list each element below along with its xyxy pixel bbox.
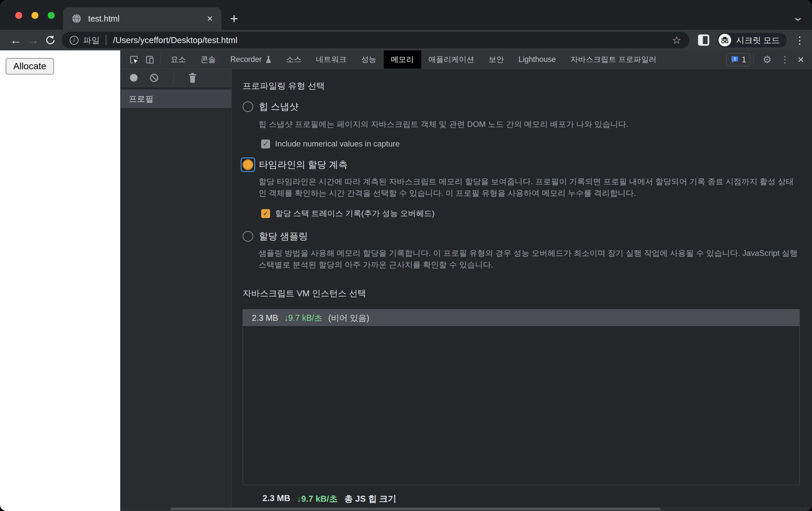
profiling-heading: 프로파일링 유형 선택 [242,80,800,92]
checkbox-include-numerical[interactable] [261,140,270,148]
option-description: 힙 스냅샷 프로필에는 페이지의 자바스크립트 객체 및 관련 DOM 노드 간… [259,118,800,130]
incognito-badge: 시크릿 모드 [717,32,787,48]
tab-performance[interactable]: 성능 [354,50,384,69]
stack-trace-checkbox-row[interactable]: 할당 스택 트레이스 기록(추가 성능 오버헤드) [261,208,800,219]
radio-allocation-timeline[interactable] [242,159,253,170]
info-icon[interactable]: i [69,36,79,45]
vm-instance-row[interactable]: 2.3 MB ↓9.7 kB/초 (비어 있음) [243,309,800,326]
scrollbar-thumb[interactable] [170,508,661,510]
back-icon[interactable]: ← [7,33,25,47]
option-allocation-timeline[interactable]: 타임라인의 할당 계측 [242,158,800,171]
web-page: Allocate [0,50,120,511]
vm-instance-list: 2.3 MB ↓9.7 kB/초 (비어 있음) [242,309,800,485]
devtools-tabbar: 요소 콘솔 Recorder 소스 네트워크 성능 메모리 애플리케이션 보안 … [121,50,812,69]
tab-elements[interactable]: 요소 [164,50,193,69]
toolbar-divider [161,54,161,65]
browser-menu-icon[interactable]: ⋮ [795,34,805,46]
record-icon[interactable] [130,74,138,82]
allocate-button[interactable]: Allocate [6,58,54,74]
devtools-panel: 요소 콘솔 Recorder 소스 네트워크 성능 메모리 애플리케이션 보안 … [120,50,812,511]
toolbar-divider [173,72,174,83]
total-size: 2.3 MB [262,493,290,505]
omnibox[interactable]: i 파일 /Users/yceffort/Desktop/test.html ☆ [62,32,689,49]
side-panel-icon[interactable] [698,34,709,46]
minimize-window-button[interactable] [31,12,38,19]
memory-toolbar [121,69,231,87]
issues-bubble-icon [730,55,739,64]
traffic-lights [15,12,55,19]
checkbox-stack-traces[interactable] [261,209,270,218]
issues-count: 1 [742,55,746,64]
option-allocation-sampling[interactable]: 할당 샘플링 [242,230,800,243]
vm-heap-rate: ↓9.7 kB/초 [284,312,322,324]
address-toolbar: ← → i 파일 /Users/yceffort/Desktop/test.ht… [0,30,812,50]
total-rate: ↓9.7 kB/초 [297,493,338,505]
devtools-menu-icon[interactable]: ⋮ [780,54,789,65]
option-description: 샘플링 방법을 사용해 메모리 할당을 기록합니다. 이 프로필 유형의 경우 … [259,247,800,270]
device-toolbar-icon[interactable] [142,50,158,69]
omnibox-divider [106,35,106,45]
settings-gear-icon[interactable]: ⚙ [763,54,772,65]
tab-console[interactable]: 콘솔 [193,50,223,69]
devtools-close-icon[interactable]: × [798,53,804,66]
option-description: 할당 타임라인은 시간에 따라 계측된 자바스크립트 메모리 할당을 보여줍니다… [259,176,800,199]
vm-empty-note: (비어 있음) [328,312,370,324]
heap-totals: 2.3 MB ↓9.7 kB/초 총 JS 힙 크기 [262,493,800,505]
content-area: Allocate 요소 콘솔 Recorder 소스 네트워크 성능 [0,50,812,511]
tab-title: test.html [88,14,207,24]
radio-heap-snapshot[interactable] [242,101,253,112]
tab-memory[interactable]: 메모리 [384,50,421,69]
reload-icon[interactable] [42,35,59,46]
vm-heading: 자바스크립트 VM 인스턴스 선택 [242,288,800,299]
option-heap-snapshot[interactable]: 힙 스냅샷 [242,100,800,113]
tab-js-profiler[interactable]: 자바스크립트 프로파일러 [563,50,664,69]
close-window-button[interactable] [15,12,22,19]
globe-icon [71,13,82,24]
bookmark-star-icon[interactable]: ☆ [672,34,682,47]
incognito-icon [719,34,731,47]
toolbar-divider [753,54,753,65]
radio-focus-ring [241,157,255,172]
profiles-header[interactable]: 프로필 [121,89,231,108]
chevron-down-icon[interactable]: ⌄ [792,11,804,23]
incognito-label: 시크릿 모드 [736,35,780,46]
browser-tab[interactable]: test.html × [63,7,222,30]
inspect-element-icon[interactable] [126,50,142,69]
clear-icon[interactable] [149,73,159,83]
new-tab-button[interactable]: + [230,12,238,26]
tab-recorder[interactable]: Recorder [223,50,279,69]
tab-lighthouse[interactable]: Lighthouse [512,50,563,69]
tab-close-icon[interactable]: × [207,13,213,24]
total-label: 총 JS 힙 크기 [344,493,396,505]
url-scheme-label: 파일 [83,35,100,46]
tab-application[interactable]: 애플리케이션 [421,50,482,69]
tab-strip: test.html × + ⌄ [0,0,812,30]
horizontal-scrollbar[interactable] [121,507,812,511]
trash-icon[interactable] [188,73,197,83]
url-text[interactable]: /Users/yceffort/Desktop/test.html [113,35,672,46]
memory-panel-main: 프로파일링 유형 선택 힙 스냅샷 힙 스냅샷 프로필에는 페이지의 자바스크립… [232,69,812,507]
forward-icon[interactable]: → [25,33,42,47]
radio-allocation-sampling[interactable] [242,231,253,242]
vm-heap-size: 2.3 MB [252,313,278,323]
tab-sources[interactable]: 소스 [279,50,309,69]
tab-network[interactable]: 네트워크 [309,50,354,69]
tab-security[interactable]: 보안 [482,50,512,69]
flask-icon [265,56,272,64]
profiles-sidebar: 프로필 [121,69,232,507]
devtools-tabbar-right: 1 ⚙ ⋮ × [726,53,812,66]
browser-window: test.html × + ⌄ ← → i 파일 /Users/yceffort… [0,0,812,511]
include-numerical-checkbox-row[interactable]: Include numerical values in capture [261,139,800,148]
devtools-body: 프로필 프로파일링 유형 선택 힙 스냅샷 힙 스냅샷 프로필에는 페이지의 자… [121,69,812,507]
zoom-window-button[interactable] [48,12,55,19]
issues-button[interactable]: 1 [726,53,750,66]
